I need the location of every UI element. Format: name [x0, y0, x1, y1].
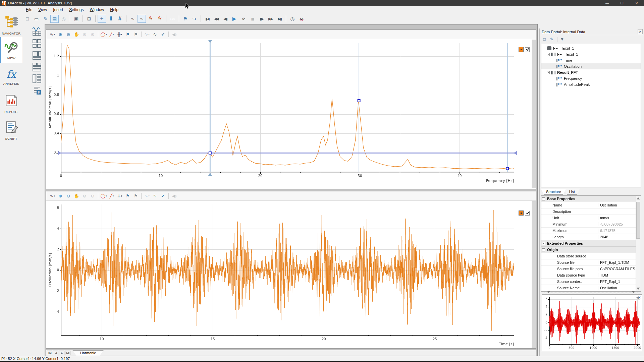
toolbar-icon[interactable] [179, 15, 179, 22]
tab-structure[interactable]: Structure [541, 189, 566, 195]
tree-item[interactable]: 123 Time [541, 57, 641, 63]
chart-tool-icon[interactable]: ⚑ [132, 192, 140, 199]
property-value[interactable]: FFT_Expl_1.TDM [598, 260, 635, 264]
chart-tool-icon[interactable]: ✋ [73, 192, 80, 199]
property-value[interactable]: 6.171875 [598, 229, 635, 233]
toolbar-icon[interactable]: ‖ [107, 15, 115, 23]
sheet-tab-harmonic[interactable]: Harmonic [72, 350, 104, 356]
property-row[interactable]: Source context FFT_Expl_1 [541, 279, 641, 285]
layout-stacked-rows-icon[interactable] [32, 62, 42, 72]
chart-tool-icon[interactable]: ∿ [49, 31, 56, 38]
chart-tool-icon[interactable]: ✔ [159, 192, 167, 199]
menu-item[interactable]: Insert [50, 6, 66, 13]
fft-chart-canvas[interactable] [46, 40, 531, 188]
menu-item[interactable]: View [35, 6, 50, 13]
property-expander-icon[interactable]: - [542, 197, 545, 200]
chart-tool-icon[interactable]: ∿ [143, 192, 151, 199]
title-bar[interactable]: DIAdem - [VIEW: FFT_Analysis.TDV] — ❐ ✕ [0, 0, 644, 6]
toolbar-icon[interactable]: + [98, 15, 106, 23]
property-value[interactable]: mm/s [598, 216, 635, 220]
property-row[interactable]: Data source type TDM [541, 272, 641, 279]
chart-tool-icon[interactable] [168, 193, 169, 199]
property-row[interactable]: - Origin [541, 247, 641, 253]
tree-expander-icon[interactable]: - [547, 53, 550, 56]
property-expander-icon[interactable]: - [542, 242, 545, 245]
chart-tool-icon[interactable]: ⊕ [57, 192, 64, 199]
toolbar-icon[interactable] [201, 15, 201, 22]
portal-tool-icon[interactable]: □ [541, 36, 548, 43]
panel-splitter[interactable] [544, 293, 638, 293]
portal-tool-icon[interactable]: ▼ [559, 36, 566, 43]
chart-tool-icon[interactable]: ╱ [108, 192, 115, 199]
property-row[interactable]: Description [541, 208, 641, 215]
chart-tool-icon[interactable]: ⊘ [81, 31, 88, 38]
toolbar-icon[interactable] [95, 15, 96, 22]
toolbar-icon[interactable] [126, 15, 126, 22]
tree-item[interactable]: 123 Oscillation [541, 63, 641, 69]
property-row[interactable]: Source file path C:\PROGRAM FILES\NA... [541, 266, 641, 272]
toolbar-icon[interactable]: ▣ [72, 15, 80, 23]
toolbar-icon[interactable]: ▤ [50, 15, 59, 23]
chart-tool-icon[interactable]: ⊖ [65, 31, 72, 38]
toolbar-icon[interactable]: □ [23, 15, 32, 23]
toolbar-icon[interactable]: ⊞ [85, 15, 93, 23]
chart-tool-icon[interactable] [141, 193, 142, 199]
tree-item[interactable]: 123 Frequency [541, 75, 641, 81]
toolbar-icon[interactable]: ∿ [147, 15, 155, 23]
menu-item[interactable]: Settings [66, 6, 87, 13]
properties-scrollbar[interactable] [636, 196, 641, 291]
property-value[interactable]: Oscillation [598, 203, 635, 207]
toolbar-icon[interactable]: ∞ [297, 15, 306, 23]
toolbar-icon[interactable]: ▮▮ [248, 15, 257, 23]
chart-tool-icon[interactable]: ✔ [159, 31, 167, 38]
property-value[interactable]: -5.087890625 [598, 222, 635, 226]
toolbar-icon[interactable]: ∿ [156, 15, 164, 23]
chart-tool-icon[interactable]: ⊘ [81, 192, 88, 199]
layout-2x2-icon[interactable] [32, 38, 42, 49]
chart-tool-icon[interactable]: ╫ [116, 31, 123, 38]
chart-tool-icon[interactable]: ◀ [170, 31, 178, 38]
chart-tool-icon[interactable]: ⊖ [65, 192, 72, 199]
tab-list[interactable]: List [564, 189, 580, 195]
sheet-first-button[interactable]: ▮◀ [47, 351, 52, 355]
chart-tool-icon[interactable] [98, 193, 98, 199]
property-row[interactable]: Data store source [541, 253, 641, 259]
sheet-last-button[interactable]: ▶▮ [65, 351, 70, 355]
sidebar-item-analysis[interactable]: fx ANALYSIS [0, 64, 22, 90]
toolbar-icon[interactable] [83, 15, 83, 22]
fft-series-swatch[interactable] [519, 47, 524, 52]
chart-tool-icon[interactable]: ⊙ [89, 192, 96, 199]
chart-tool-icon[interactable]: ∿ [143, 31, 151, 38]
property-row[interactable]: Name Oscillation [541, 202, 641, 208]
toolbar-icon[interactable]: ◷ [288, 15, 297, 23]
close-button[interactable]: ✕ [629, 0, 644, 6]
chart-tool-icon[interactable]: ✋ [73, 31, 80, 38]
scroll-up-icon[interactable] [637, 197, 640, 199]
chart-tool-icon[interactable]: ∿ [151, 31, 159, 38]
toolbar-icon[interactable]: ▶▶ [266, 15, 275, 23]
tree-item[interactable]: - Result_FFT [541, 69, 641, 75]
toolbar-icon[interactable] [166, 15, 166, 22]
sheet-next-button[interactable]: ▶ [59, 351, 64, 355]
chart-tool-icon[interactable]: ╱ [108, 31, 115, 38]
sidebar-item-navigator[interactable]: NAVIGATOR [0, 12, 22, 38]
scroll-thumb[interactable] [636, 202, 640, 239]
scroll-down-icon[interactable] [637, 288, 640, 290]
chart-tool-icon[interactable]: ∿ [49, 192, 56, 199]
toolbar-icon[interactable]: ◀◀ [212, 15, 220, 23]
data-portal-header[interactable]: Data Portal: Internal Data ✕ [540, 28, 644, 35]
toolbar-icon[interactable]: ▭ [32, 15, 41, 23]
time-chart-canvas[interactable] [46, 201, 531, 348]
toolbar-icon[interactable]: # [116, 15, 124, 23]
chart-tool-icon[interactable]: ∿ [151, 192, 159, 199]
toolbar-icon[interactable] [286, 15, 286, 22]
sidebar-item-view[interactable]: VIEW [0, 37, 22, 63]
chart-tool-icon[interactable]: ⊕ [57, 31, 64, 38]
toolbar-icon[interactable]: ◀▮ [221, 15, 229, 23]
toolbar-icon[interactable]: ✎ [41, 15, 50, 23]
portal-tool-icon[interactable] [557, 37, 557, 42]
toolbar-icon[interactable]: ▶ [230, 15, 238, 23]
property-row[interactable]: Source Name Oscillation [541, 285, 641, 291]
property-row[interactable]: Source file FFT_Expl_1.TDM [541, 259, 641, 266]
toolbar-icon[interactable]: ▶▮ [275, 15, 284, 23]
